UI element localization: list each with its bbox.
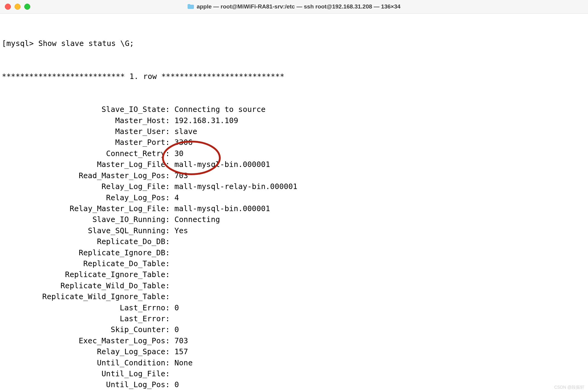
- status-row: Read_Master_Log_Pos: 703: [2, 170, 586, 181]
- status-value: 3306: [174, 137, 193, 148]
- status-value: Connecting to source: [174, 104, 266, 115]
- status-value: Connecting: [174, 214, 220, 225]
- colon-separator: :: [165, 137, 174, 148]
- colon-separator: :: [165, 291, 174, 302]
- status-row: Replicate_Wild_Do_Table:: [2, 280, 586, 291]
- status-row: Replicate_Ignore_DB:: [2, 247, 586, 258]
- status-label: Replicate_Wild_Do_Table: [2, 280, 165, 291]
- colon-separator: :: [165, 181, 174, 192]
- status-label: Until_Log_Pos: [2, 379, 165, 390]
- colon-separator: :: [165, 192, 174, 203]
- colon-separator: :: [165, 358, 174, 368]
- status-value: Yes: [174, 225, 188, 236]
- status-value: 0: [174, 302, 179, 313]
- status-row: Relay_Log_Pos: 4: [2, 192, 586, 203]
- colon-separator: :: [165, 368, 174, 379]
- prompt-line: [mysql> Show slave status \G;: [2, 38, 586, 49]
- status-value: mall-mysql-bin.000001: [174, 159, 270, 170]
- status-row: Slave_SQL_Running: Yes: [2, 225, 586, 236]
- status-row: Last_Error:: [2, 313, 586, 324]
- status-label: Until_Log_File: [2, 368, 165, 379]
- maximize-button[interactable]: [24, 4, 30, 10]
- colon-separator: :: [165, 302, 174, 313]
- status-row: Master_Host: 192.168.31.109: [2, 115, 586, 126]
- status-label: Exec_Master_Log_Pos: [2, 335, 165, 346]
- status-row: Relay_Log_Space: 157: [2, 346, 586, 357]
- status-label: Replicate_Ignore_Table: [2, 269, 165, 280]
- colon-separator: :: [165, 214, 174, 225]
- status-value: mall-mysql-relay-bin.000001: [174, 181, 297, 192]
- watermark-text: CSDN @段振轩: [554, 385, 584, 390]
- status-row: Until_Log_File:: [2, 368, 586, 379]
- status-label: Relay_Log_Space: [2, 346, 165, 357]
- status-label: Relay_Master_Log_File: [2, 203, 165, 214]
- status-value: 30: [174, 148, 183, 159]
- window-titlebar: apple — root@MiWiFi-RA81-srv:/etc — ssh …: [0, 0, 588, 14]
- status-value: 0: [174, 324, 179, 335]
- status-row: Slave_IO_Running: Connecting: [2, 214, 586, 225]
- status-value: 0: [174, 379, 179, 390]
- traffic-lights: [0, 4, 30, 10]
- close-button[interactable]: [5, 4, 11, 10]
- status-label: Replicate_Ignore_DB: [2, 247, 165, 258]
- status-value: 703: [174, 170, 188, 181]
- status-value: 157: [174, 346, 188, 357]
- status-label: Last_Error: [2, 313, 165, 324]
- colon-separator: :: [165, 280, 174, 291]
- status-row: Master_Log_File: mall-mysql-bin.000001: [2, 159, 586, 170]
- status-row: Exec_Master_Log_Pos: 703: [2, 335, 586, 346]
- title-area: apple — root@MiWiFi-RA81-srv:/etc — ssh …: [0, 3, 588, 10]
- status-label: Until_Condition: [2, 358, 165, 368]
- status-label: Replicate_Do_Table: [2, 258, 165, 269]
- status-value: mall-mysql-bin.000001: [174, 203, 270, 214]
- status-row: Relay_Master_Log_File: mall-mysql-bin.00…: [2, 203, 586, 214]
- status-label: Relay_Log_Pos: [2, 192, 165, 203]
- colon-separator: :: [165, 346, 174, 357]
- status-row: Slave_IO_State: Connecting to source: [2, 104, 586, 115]
- status-label: Slave_IO_Running: [2, 214, 165, 225]
- status-value: None: [174, 358, 193, 368]
- status-label: Read_Master_Log_Pos: [2, 170, 165, 181]
- status-label: Relay_Log_File: [2, 181, 165, 192]
- colon-separator: :: [165, 159, 174, 170]
- colon-separator: :: [165, 126, 174, 137]
- status-label: Skip_Counter: [2, 324, 165, 335]
- colon-separator: :: [165, 170, 174, 181]
- status-value: slave: [174, 126, 197, 137]
- status-label: Master_Port: [2, 137, 165, 148]
- status-value: 703: [174, 335, 188, 346]
- status-label: Slave_IO_State: [2, 104, 165, 115]
- status-label: Replicate_Do_DB: [2, 236, 165, 247]
- colon-separator: :: [165, 390, 174, 392]
- colon-separator: :: [165, 269, 174, 280]
- status-row: Replicate_Wild_Ignore_Table:: [2, 291, 586, 302]
- status-row: Until_Condition: None: [2, 358, 586, 368]
- status-label: Connect_Retry: [2, 148, 165, 159]
- terminal-window: apple — root@MiWiFi-RA81-srv:/etc — ssh …: [0, 0, 588, 392]
- status-row: Skip_Counter: 0: [2, 324, 586, 335]
- status-value: 4: [174, 192, 179, 203]
- colon-separator: :: [165, 258, 174, 269]
- colon-separator: :: [165, 236, 174, 247]
- status-row: Master_SSL_Allowed: No: [2, 390, 586, 392]
- status-row: Last_Errno: 0: [2, 302, 586, 313]
- status-label: Last_Errno: [2, 302, 165, 313]
- terminal-body[interactable]: [mysql> Show slave status \G; **********…: [0, 14, 588, 392]
- status-row: Replicate_Do_DB:: [2, 236, 586, 247]
- row-header: *************************** 1. row *****…: [2, 71, 586, 82]
- colon-separator: :: [165, 115, 174, 126]
- status-row: Replicate_Do_Table:: [2, 258, 586, 269]
- colon-separator: :: [165, 203, 174, 214]
- status-label: Master_SSL_Allowed: [2, 390, 165, 392]
- status-row: Relay_Log_File: mall-mysql-relay-bin.000…: [2, 181, 586, 192]
- folder-icon: [187, 4, 194, 9]
- status-row: Until_Log_Pos: 0: [2, 379, 586, 390]
- colon-separator: :: [165, 379, 174, 390]
- colon-separator: :: [165, 247, 174, 258]
- status-value: No: [174, 390, 183, 392]
- status-row: Connect_Retry: 30: [2, 148, 586, 159]
- colon-separator: :: [165, 324, 174, 335]
- status-label: Slave_SQL_Running: [2, 225, 165, 236]
- minimize-button[interactable]: [15, 4, 21, 10]
- colon-separator: :: [165, 104, 174, 115]
